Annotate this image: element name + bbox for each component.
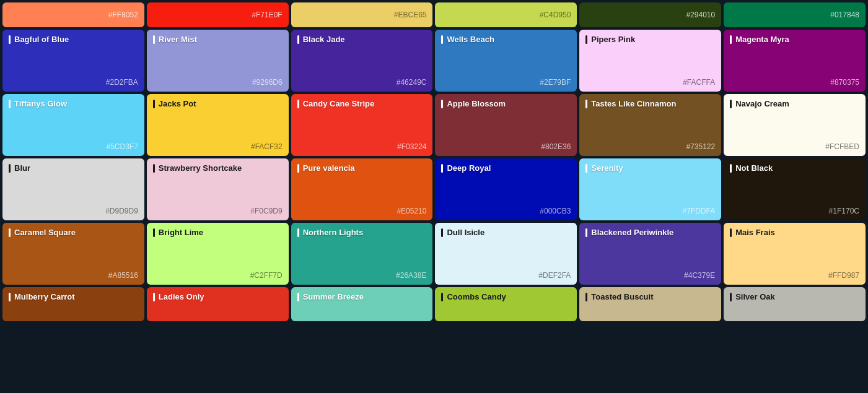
- color-tile-r4-c4[interactable]: Toasted Buscuit: [579, 287, 721, 321]
- tile-hex-r3-c4: #4C379E: [684, 271, 715, 280]
- color-tile-r4-c0[interactable]: Mulberry Carrot: [2, 287, 144, 321]
- tile-name-r4-c2: Summer Breeze: [297, 292, 427, 301]
- color-tile-r4-c1[interactable]: Ladies Only: [147, 287, 289, 321]
- tile-name-r1-c5: Navajo Cream: [730, 99, 859, 108]
- tile-name-r0-c0: Bagful of Blue: [9, 35, 138, 44]
- tile-name-r1-c1: Jacks Pot: [153, 99, 283, 108]
- color-tile-r1-c5[interactable]: Navajo Cream#FCFBED: [724, 94, 866, 156]
- strip-hex-4: #294010: [686, 11, 715, 19]
- strip-hex-5: #017848: [830, 11, 859, 19]
- tile-name-r0-c4: Pipers Pink: [585, 35, 715, 44]
- tile-name-r2-c0: Blur: [9, 163, 138, 173]
- tile-hex-r0-c2: #46249C: [397, 78, 427, 87]
- tile-name-r3-c3: Dull Isicle: [441, 228, 571, 237]
- color-tile-r1-c0[interactable]: Tiffanys Glow#5CD3F7: [2, 94, 144, 156]
- color-tile-r0-c4[interactable]: Pipers Pink#FACFFA: [579, 30, 721, 92]
- tile-hex-r1-c1: #FACF32: [251, 142, 283, 151]
- tile-name-r0-c2: Black Jade: [297, 35, 427, 44]
- tile-hex-r1-c2: #F03224: [397, 142, 426, 151]
- color-tile-r3-c4[interactable]: Blackened Periwinkle#4C379E: [579, 223, 721, 285]
- tile-hex-r1-c3: #802E36: [541, 142, 571, 151]
- color-tile-r2-c5[interactable]: Not Black#1F170C: [724, 158, 866, 220]
- tile-hex-r3-c2: #26A38E: [396, 271, 426, 280]
- tile-name-r2-c2: Pure valencia: [297, 163, 427, 173]
- tile-name-r3-c4: Blackened Periwinkle: [585, 228, 715, 237]
- tile-hex-r2-c5: #1F170C: [829, 207, 859, 215]
- color-tile-r2-c0[interactable]: Blur#D9D9D9: [2, 158, 144, 220]
- strip-tile-0[interactable]: #FF8052: [2, 2, 144, 27]
- tile-hex-r2-c2: #E05210: [397, 207, 426, 215]
- tile-hex-r1-c4: #735122: [686, 142, 715, 151]
- strip-hex-3: #C4D950: [540, 11, 571, 19]
- tile-hex-r3-c3: #DEF2FA: [538, 271, 571, 280]
- tile-hex-r1-c5: #FCFBED: [825, 142, 859, 151]
- tile-name-r4-c5: Silver Oak: [730, 292, 859, 301]
- tile-hex-r0-c4: #FACFFA: [683, 78, 715, 87]
- tile-hex-r2-c4: #7FDDFA: [682, 207, 715, 215]
- tile-name-r2-c3: Deep Royal: [441, 163, 571, 173]
- tile-name-r4-c0: Mulberry Carrot: [9, 292, 138, 301]
- strip-tile-5[interactable]: #017848: [724, 2, 866, 27]
- tile-hex-r0-c3: #2E79BF: [540, 78, 571, 87]
- tile-hex-r0-c0: #2D2FBA: [106, 78, 138, 87]
- tile-name-r3-c0: Caramel Square: [9, 228, 138, 237]
- color-tile-r4-c3[interactable]: Coombs Candy: [435, 287, 577, 321]
- color-tile-r3-c5[interactable]: Mais Frais#FFD987: [724, 223, 866, 285]
- tile-hex-r0-c5: #870375: [830, 78, 859, 87]
- color-tile-r3-c2[interactable]: Northern Lights#26A38E: [291, 223, 433, 285]
- color-tile-r0-c0[interactable]: Bagful of Blue#2D2FBA: [2, 30, 144, 92]
- tile-name-r2-c4: Serenity: [585, 163, 715, 173]
- tile-hex-r2-c3: #000CB3: [540, 207, 571, 215]
- tile-name-r0-c3: Wells Beach: [441, 35, 571, 44]
- tile-hex-r2-c0: #D9D9D9: [105, 207, 138, 215]
- tile-hex-r2-c1: #F0C9D9: [250, 207, 282, 215]
- tile-hex-r3-c1: #C2FF7D: [250, 271, 283, 280]
- color-tile-r3-c3[interactable]: Dull Isicle#DEF2FA: [435, 223, 577, 285]
- tile-name-r3-c5: Mais Frais: [730, 228, 859, 237]
- tile-name-r0-c5: Magenta Myra: [730, 35, 859, 44]
- color-tile-r3-c1[interactable]: Bright Lime#C2FF7D: [147, 223, 289, 285]
- color-tile-r1-c4[interactable]: Tastes Like Cinnamon#735122: [579, 94, 721, 156]
- color-tile-r4-c2[interactable]: Summer Breeze: [291, 287, 433, 321]
- tile-hex-r3-c5: #FFD987: [828, 271, 859, 280]
- tile-hex-r1-c0: #5CD3F7: [106, 142, 138, 151]
- tile-name-r1-c0: Tiffanys Glow: [9, 99, 138, 108]
- strip-row: #FF8052#F71E0F#EBCE65#C4D950#294010#0178…: [0, 0, 868, 27]
- color-palette: #FF8052#F71E0F#EBCE65#C4D950#294010#0178…: [0, 0, 868, 324]
- strip-hex-2: #EBCE65: [394, 11, 427, 19]
- color-tile-r1-c2[interactable]: Candy Cane Stripe#F03224: [291, 94, 433, 156]
- tile-name-r4-c3: Coombs Candy: [441, 292, 571, 301]
- strip-hex-0: #FF8052: [108, 11, 138, 19]
- strip-hex-1: #F71E0F: [252, 11, 282, 19]
- color-tile-r0-c5[interactable]: Magenta Myra#870375: [724, 30, 866, 92]
- color-tile-r2-c2[interactable]: Pure valencia#E05210: [291, 158, 433, 220]
- tile-name-r1-c3: Apple Blossom: [441, 99, 571, 108]
- tile-name-r2-c5: Not Black: [730, 163, 859, 173]
- color-tile-r1-c3[interactable]: Apple Blossom#802E36: [435, 94, 577, 156]
- color-tile-r0-c3[interactable]: Wells Beach#2E79BF: [435, 30, 577, 92]
- tile-name-r4-c4: Toasted Buscuit: [585, 292, 715, 301]
- color-tile-r2-c3[interactable]: Deep Royal#000CB3: [435, 158, 577, 220]
- tile-hex-r0-c1: #9296D6: [252, 78, 283, 87]
- color-tile-r0-c2[interactable]: Black Jade#46249C: [291, 30, 433, 92]
- tile-hex-r3-c0: #A85516: [108, 271, 138, 280]
- color-tile-r4-c5[interactable]: Silver Oak: [724, 287, 866, 321]
- color-tile-r1-c1[interactable]: Jacks Pot#FACF32: [147, 94, 289, 156]
- tile-name-r1-c2: Candy Cane Stripe: [297, 99, 427, 108]
- tile-name-r0-c1: River Mist: [153, 35, 283, 44]
- color-tile-r2-c1[interactable]: Strawberry Shortcake#F0C9D9: [147, 158, 289, 220]
- color-grid: Bagful of Blue#2D2FBARiver Mist#9296D6Bl…: [0, 27, 868, 324]
- strip-tile-3[interactable]: #C4D950: [435, 2, 577, 27]
- tile-name-r1-c4: Tastes Like Cinnamon: [585, 99, 715, 108]
- color-tile-r2-c4[interactable]: Serenity#7FDDFA: [579, 158, 721, 220]
- tile-name-r2-c1: Strawberry Shortcake: [153, 163, 283, 173]
- tile-name-r3-c1: Bright Lime: [153, 228, 283, 237]
- strip-tile-4[interactable]: #294010: [579, 2, 721, 27]
- tile-name-r4-c1: Ladies Only: [153, 292, 283, 301]
- color-tile-r3-c0[interactable]: Caramel Square#A85516: [2, 223, 144, 285]
- tile-name-r3-c2: Northern Lights: [297, 228, 427, 237]
- color-tile-r0-c1[interactable]: River Mist#9296D6: [147, 30, 289, 92]
- strip-tile-1[interactable]: #F71E0F: [147, 2, 289, 27]
- strip-tile-2[interactable]: #EBCE65: [291, 2, 433, 27]
